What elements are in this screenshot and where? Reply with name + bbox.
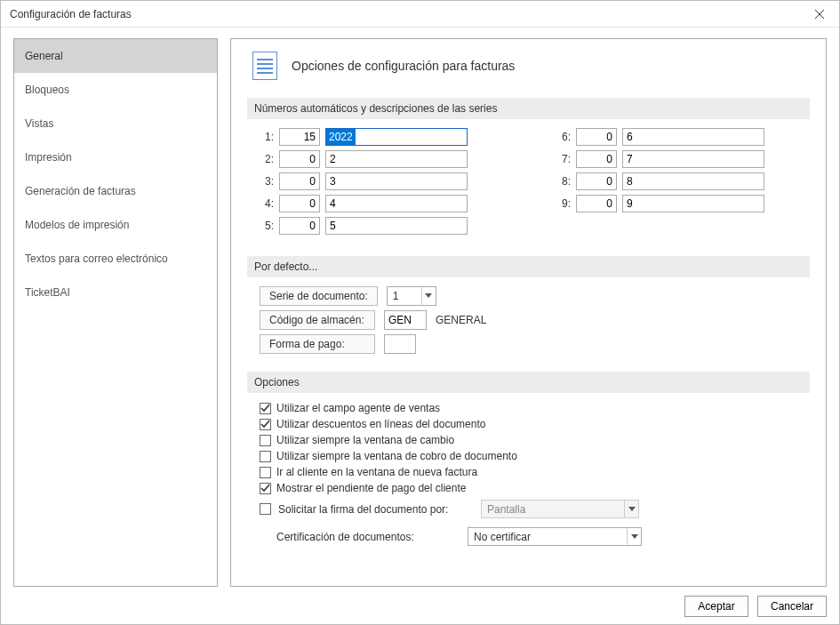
series-number-input[interactable] xyxy=(576,172,617,190)
sidebar-item-impresi-n[interactable]: Impresión xyxy=(14,140,217,174)
series-col-left: 1:20222:3:4:5: xyxy=(260,128,468,235)
serie-label: Serie de documento: xyxy=(260,286,378,306)
option-row: Utilizar descuentos en líneas del docume… xyxy=(260,418,810,430)
series-row: 1:2022 xyxy=(260,128,468,146)
chevron-down-icon xyxy=(421,287,436,305)
series-row: 6: xyxy=(556,128,764,146)
cert-label: Certificación de documentos: xyxy=(276,531,460,543)
sidebar-item-general[interactable]: General xyxy=(14,39,217,73)
series-label: 7: xyxy=(556,153,571,165)
checkbox[interactable] xyxy=(260,483,271,494)
series-number-input[interactable] xyxy=(279,172,320,190)
close-icon xyxy=(815,10,824,19)
series-number-input[interactable] xyxy=(576,128,617,146)
option-label: Ir al cliente en la ventana de nueva fac… xyxy=(276,466,477,478)
series-label: 8: xyxy=(556,175,571,188)
series-number-input[interactable] xyxy=(576,195,617,212)
series-number-input[interactable] xyxy=(279,150,320,168)
checkbox[interactable] xyxy=(260,403,271,414)
document-icon xyxy=(252,52,277,80)
chevron-down-icon xyxy=(624,501,638,517)
titlebar: Configuración de facturas xyxy=(1,1,839,28)
cert-value: No certificar xyxy=(468,531,627,543)
series-row: 5: xyxy=(260,217,468,235)
pago-input[interactable] xyxy=(384,334,416,354)
option-label: Utilizar el campo agente de ventas xyxy=(276,402,440,414)
series-number-input[interactable] xyxy=(576,150,617,168)
main-panel: Opciones de configuración para facturas … xyxy=(230,38,827,587)
dialog-body: GeneralBloqueosVistasImpresiónGeneración… xyxy=(1,28,839,624)
default-pago-row: Forma de pago: xyxy=(260,334,810,354)
panels: GeneralBloqueosVistasImpresiónGeneración… xyxy=(13,38,827,587)
checkbox[interactable] xyxy=(260,419,271,430)
option-row: Utilizar el campo agente de ventas xyxy=(260,402,810,414)
checkbox[interactable] xyxy=(260,503,271,515)
option-row: Ir al cliente en la ventana de nueva fac… xyxy=(260,466,810,478)
checkbox[interactable] xyxy=(260,451,271,462)
series-desc-input[interactable]: 2022 xyxy=(325,128,468,146)
series-number-input[interactable] xyxy=(279,195,320,212)
series-label: 1: xyxy=(260,131,274,143)
option-row: Utilizar siempre la ventana de cobro de … xyxy=(260,450,810,462)
cancel-button[interactable]: Cancelar xyxy=(757,596,827,617)
sidebar-item-textos-para-correo-electr-nico[interactable]: Textos para correo electrónico xyxy=(14,242,217,276)
series-desc-input[interactable] xyxy=(622,150,764,168)
sidebar-item-vistas[interactable]: Vistas xyxy=(14,107,217,140)
svg-marker-3 xyxy=(628,507,636,511)
default-serie-row: Serie de documento: 1 xyxy=(260,286,810,306)
series-row: 7: xyxy=(556,150,764,168)
firma-row: Solicitar la firma del documento por:Pan… xyxy=(260,500,810,518)
series-desc-input[interactable] xyxy=(622,172,764,190)
dialog-window: Configuración de facturas GeneralBloqueo… xyxy=(0,0,840,625)
close-button[interactable] xyxy=(800,1,839,28)
sidebar-item-modelos-de-impresi-n[interactable]: Modelos de impresión xyxy=(14,208,217,242)
series-row: 2: xyxy=(260,150,468,168)
series-row: 8: xyxy=(556,172,764,190)
sidebar-item-bloqueos[interactable]: Bloqueos xyxy=(14,73,217,107)
main-header: Opciones de configuración para facturas xyxy=(247,52,810,80)
checkbox[interactable] xyxy=(260,467,271,478)
main-title: Opciones de configuración para facturas xyxy=(292,59,515,73)
section-options-header: Opciones xyxy=(247,372,810,393)
firma-label: Solicitar la firma del documento por: xyxy=(278,503,474,516)
series-desc-input[interactable] xyxy=(622,128,764,146)
section-series-header: Números automáticos y descripciones de l… xyxy=(247,98,810,119)
options-block: Utilizar el campo agente de ventasUtiliz… xyxy=(247,402,810,546)
series-desc-input[interactable] xyxy=(325,172,468,190)
series-desc-input[interactable] xyxy=(325,195,468,212)
accept-button[interactable]: Aceptar xyxy=(684,596,748,617)
sidebar-item-ticketbai[interactable]: TicketBAI xyxy=(14,276,217,309)
series-desc-input[interactable] xyxy=(622,195,764,212)
default-almacen-row: Código de almacén: GENERAL xyxy=(260,310,810,330)
option-label: Utilizar siempre la ventana de cobro de … xyxy=(276,450,517,462)
chevron-down-icon xyxy=(627,528,641,545)
svg-marker-4 xyxy=(631,534,638,539)
series-row: 4: xyxy=(260,195,468,212)
series-desc-input[interactable] xyxy=(325,217,468,235)
sidebar-item-generaci-n-de-facturas[interactable]: Generación de facturas xyxy=(14,174,217,208)
checkbox[interactable] xyxy=(260,435,271,446)
section-defaults-header: Por defecto... xyxy=(247,256,810,277)
sidebar: GeneralBloqueosVistasImpresiónGeneración… xyxy=(13,38,218,587)
almacen-name: GENERAL xyxy=(436,314,486,326)
firma-value: Pantalla xyxy=(482,503,624,516)
series-row: 3: xyxy=(260,172,468,190)
series-number-input[interactable] xyxy=(279,217,320,235)
series-label: 4: xyxy=(260,197,274,210)
pago-label: Forma de pago: xyxy=(260,334,375,354)
series-label: 2: xyxy=(260,153,274,165)
serie-select[interactable]: 1 xyxy=(387,286,436,306)
option-label: Mostrar el pendiente de pago del cliente xyxy=(276,482,466,494)
option-row: Utilizar siempre la ventana de cambio xyxy=(260,434,810,446)
series-label: 5: xyxy=(260,220,274,232)
series-number-input[interactable] xyxy=(279,128,320,146)
series-desc-input[interactable] xyxy=(325,150,468,168)
series-grid: 1:20222:3:4:5: 6:7:8:9: xyxy=(247,128,810,235)
cert-select[interactable]: No certificar xyxy=(468,527,642,546)
firma-select: Pantalla xyxy=(481,500,639,518)
series-col-right: 6:7:8:9: xyxy=(556,128,764,235)
svg-marker-2 xyxy=(425,293,432,298)
option-row: Mostrar el pendiente de pago del cliente xyxy=(260,482,810,494)
almacen-code-input[interactable] xyxy=(384,310,427,330)
dialog-footer: Aceptar Cancelar xyxy=(13,587,827,617)
